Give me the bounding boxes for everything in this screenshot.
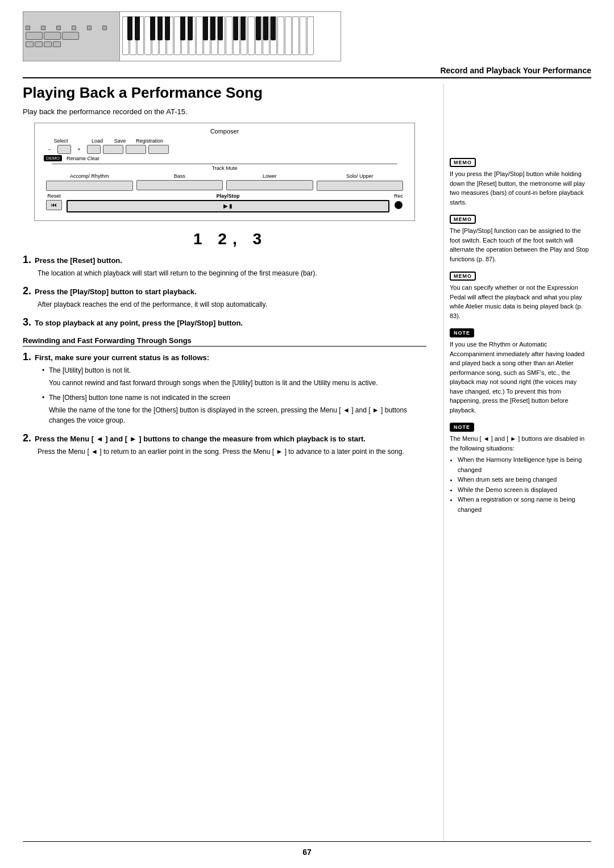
note-2: NOTE The Menu [ ◄ ] and [ ► ] buttons ar… bbox=[450, 423, 591, 515]
note-bullet-4: When a registration or song name is bein… bbox=[458, 495, 591, 515]
rewind-step-2: 2. Press the Menu [ ◄ ] and [ ► ] button… bbox=[23, 432, 426, 457]
composer-diagram: Composer Select Load Save Registration –… bbox=[34, 123, 415, 221]
step-1: 1. Press the [Reset] button. The locatio… bbox=[23, 254, 426, 278]
step-2: 2. Press the [Play/Stop] button to start… bbox=[23, 285, 426, 310]
rewind-step-1: 1. First, make sure your current status … bbox=[23, 351, 426, 425]
note-1: NOTE If you use the Rhythm or Automatic … bbox=[450, 328, 591, 415]
page-title: Playing Back a Performance Song bbox=[23, 84, 426, 102]
memo-2: MEMO The [Play/Stop] function can be ass… bbox=[450, 215, 591, 264]
note-bullet-1: When the Harmony Intelligence type is be… bbox=[458, 455, 591, 475]
note-bullet-3: While the Demo screen is displayed bbox=[458, 485, 591, 495]
page: Record and Playback Your Performance Pla… bbox=[0, 0, 614, 868]
memo-3: MEMO You can specify whether or not the … bbox=[450, 272, 591, 320]
step-3: 3. To stop playback at any point, press … bbox=[23, 316, 426, 328]
step-numbers: 1 2, 3 bbox=[34, 230, 426, 248]
rewind-section: Rewinding and Fast Forwarding Through So… bbox=[23, 336, 426, 457]
note-bullet-2: When drum sets are being changed bbox=[458, 475, 591, 485]
right-column: MEMO If you press the [Play/Stop] button… bbox=[443, 84, 591, 841]
memo-1: MEMO If you press the [Play/Stop] button… bbox=[450, 158, 591, 207]
keyboard-banner bbox=[23, 11, 341, 61]
page-number: 67 bbox=[23, 841, 591, 868]
intro-text: Play back the performance recorded on th… bbox=[23, 107, 426, 116]
section-header: Record and Playback Your Performance bbox=[23, 66, 591, 78]
